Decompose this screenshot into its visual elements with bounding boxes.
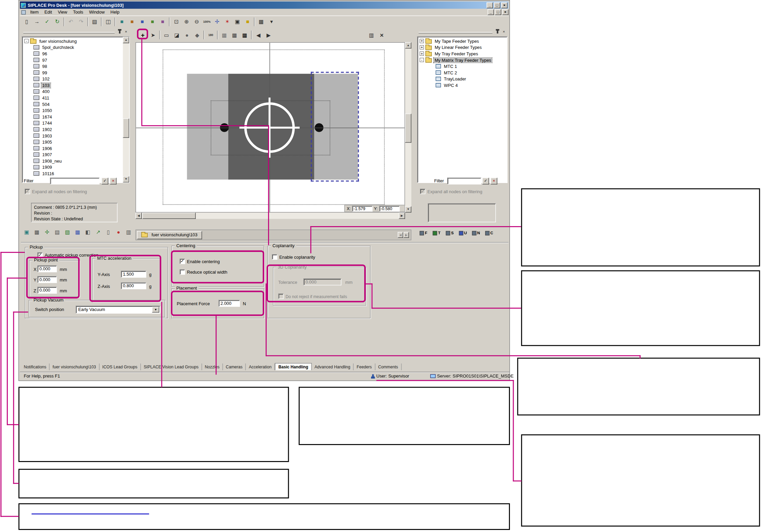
tree-node-1909[interactable]: 1909 — [23, 164, 122, 170]
zoom-out-button[interactable]: ⊖ — [192, 17, 202, 26]
toolbar-options-button[interactable]: ▾ — [267, 17, 277, 26]
tree-node-trayloader[interactable]: TrayLoader — [418, 76, 506, 82]
rotate-180-button[interactable]: 180 — [206, 30, 216, 40]
commit-check-button[interactable]: ✓ — [42, 17, 52, 26]
tab-cameras[interactable]: Cameras — [223, 364, 246, 370]
zoom-in-button[interactable]: ⊕ — [182, 17, 192, 26]
undo-button[interactable]: ↶ — [66, 17, 76, 26]
tab-comments[interactable]: Comments — [375, 364, 401, 370]
scroll-up-icon[interactable]: ▲ — [123, 37, 129, 43]
clear-filter-icon[interactable]: × — [491, 178, 497, 184]
scroll-up-icon[interactable]: ▲ — [405, 42, 411, 49]
tab-scroll-left-icon[interactable]: ◀ — [398, 232, 403, 238]
tree-node-my-tray-feeder-types[interactable]: +My Tray Feeder Types — [418, 51, 506, 57]
properties-button[interactable]: ▤ — [90, 17, 100, 26]
close-panel-button[interactable]: × — [501, 29, 507, 35]
viewer-vertical-scrollbar[interactable]: ▲ ▼ — [405, 42, 411, 213]
menu-edit[interactable]: Edit — [41, 9, 55, 15]
menu-tools[interactable]: Tools — [70, 9, 86, 15]
close-button[interactable]: × — [501, 2, 508, 8]
viewer-tab[interactable]: fuer visionschulung\103 — [137, 231, 202, 239]
scroll-down-icon[interactable]: ▼ — [405, 206, 411, 213]
scrollbar-thumb[interactable] — [142, 213, 196, 219]
monitor-button[interactable]: ▣ — [233, 17, 243, 26]
grid-fine-button[interactable]: ▦ — [219, 30, 229, 40]
viewer-horizontal-scrollbar[interactable]: ◀ ▶ — [136, 213, 405, 219]
tab-icos-lead-groups[interactable]: ICOS Lead Groups — [100, 364, 141, 370]
restore-button[interactable]: □ — [495, 9, 501, 15]
vision-editor-button[interactable]: ■ — [138, 17, 147, 26]
eraser-tool-button[interactable]: ◪ — [172, 30, 182, 40]
tree-node-1050[interactable]: 1050 — [23, 107, 122, 114]
expand-all-nodes-checkbox[interactable]: ✓ Expand all nodes on filtering — [25, 189, 87, 194]
print-button[interactable]: ▥ — [124, 227, 134, 237]
apply-filter-icon[interactable]: ✓ — [102, 178, 108, 184]
step-forward-button[interactable]: ▶ — [264, 30, 273, 40]
feeder-filter-t-button[interactable]: T — [430, 228, 443, 238]
body-tool-button[interactable]: ● — [182, 30, 192, 40]
menu-item[interactable]: Item — [27, 9, 41, 15]
restore-button[interactable]: □ — [494, 2, 500, 8]
table-view-button[interactable]: ▦ — [73, 227, 83, 237]
tree-node-1905[interactable]: 1905 — [23, 139, 122, 145]
feeder-filter-s-button[interactable]: S — [443, 228, 456, 238]
menu-view[interactable]: View — [55, 9, 70, 15]
tree-node-400[interactable]: 400 — [23, 88, 122, 95]
feeder-filter-f-button[interactable]: F — [417, 228, 430, 238]
filter-input[interactable] — [50, 178, 100, 184]
tree-node-411[interactable]: 411 — [23, 95, 122, 101]
tree-node-1907[interactable]: 1907 — [23, 151, 122, 158]
tree-node-96[interactable]: 96 — [23, 51, 122, 57]
filter-input[interactable] — [447, 178, 481, 184]
tree-node-1744[interactable]: 1744 — [23, 120, 122, 126]
tab-notifications[interactable]: Notifications — [21, 364, 50, 370]
minimize-button[interactable]: _ — [488, 9, 494, 15]
component-editor-button[interactable]: ■ — [158, 17, 168, 26]
close-button[interactable]: × — [502, 9, 509, 15]
goto-item-button[interactable]: → — [32, 17, 42, 26]
scroll-left-icon[interactable]: ◀ — [136, 213, 142, 219]
lock-button[interactable]: ■ — [243, 17, 253, 26]
zoom-window-button[interactable]: ⊡ — [172, 17, 181, 26]
checkbox-box[interactable]: ✓ — [272, 254, 278, 260]
tree-node-1903[interactable]: 1903 — [23, 132, 122, 139]
tree-node-my-matrix-tray-feeder-types[interactable]: -My Matrix Tray Feeder Types — [418, 57, 506, 63]
tree-node-98[interactable]: 98 — [23, 63, 122, 70]
switch-position-select[interactable]: Early Vacuum ▼ — [76, 306, 160, 314]
setup-editor-button[interactable]: ■ — [127, 17, 137, 26]
collapse-toggle-icon[interactable]: - — [24, 39, 29, 43]
expand-toggle-icon[interactable]: + — [420, 52, 424, 56]
step-back-button[interactable]: ◀ — [253, 30, 263, 40]
clear-filter-icon[interactable]: × — [110, 178, 117, 184]
grip-handle[interactable] — [419, 32, 492, 33]
tree-node-1674[interactable]: 1674 — [23, 113, 122, 120]
tree-node-5pol-durchsteck[interactable]: 5pol_durchsteck — [23, 44, 122, 51]
rectangle-tool-button[interactable]: ▭ — [162, 30, 172, 40]
tree-node-1908-neu[interactable]: 1908_neu — [23, 158, 122, 164]
scroll-right-icon[interactable]: ▶ — [399, 213, 405, 219]
tab-fuer-visionschulung-103[interactable]: fuer visionschulung\103 — [50, 364, 99, 370]
menu-help[interactable]: Help — [108, 9, 123, 15]
tree-node-102[interactable]: 102 — [23, 76, 122, 82]
tab-feeders[interactable]: Feeders — [354, 364, 375, 370]
grip-handle[interactable] — [23, 32, 115, 33]
tab-acceleration[interactable]: Acceleration — [246, 364, 275, 370]
close-view-button[interactable]: × — [377, 30, 387, 40]
lead-tool-button[interactable]: ◆ — [192, 30, 202, 40]
expand-all-nodes-checkbox[interactable]: ✓ Expand all nodes on filtering — [420, 189, 482, 194]
pin-icon[interactable] — [494, 29, 501, 35]
feeder-filter-n-button[interactable]: N — [470, 228, 482, 238]
tree-node-1902[interactable]: 1902 — [23, 126, 122, 133]
export-button[interactable]: ↗ — [93, 227, 103, 237]
board-view-button[interactable]: ▦ — [32, 227, 42, 237]
expand-toggle-icon[interactable]: + — [420, 39, 424, 43]
tree-node-wpc-4[interactable]: WPC 4 — [418, 82, 506, 89]
tree-node-10116[interactable]: 10116 — [23, 170, 122, 177]
checkbox-box[interactable]: ✓ — [25, 189, 30, 194]
line-editor-button[interactable]: ■ — [148, 17, 158, 26]
new-item-button[interactable]: ▯ — [22, 17, 32, 26]
tab-siplace-vision-lead-groups[interactable]: SIPLACE Vision Lead Groups — [141, 364, 202, 370]
print-view-button[interactable]: ▥ — [367, 30, 376, 40]
table-view-button[interactable]: ▦ — [256, 17, 266, 26]
feeder-filter-c-button[interactable]: C — [483, 228, 495, 238]
